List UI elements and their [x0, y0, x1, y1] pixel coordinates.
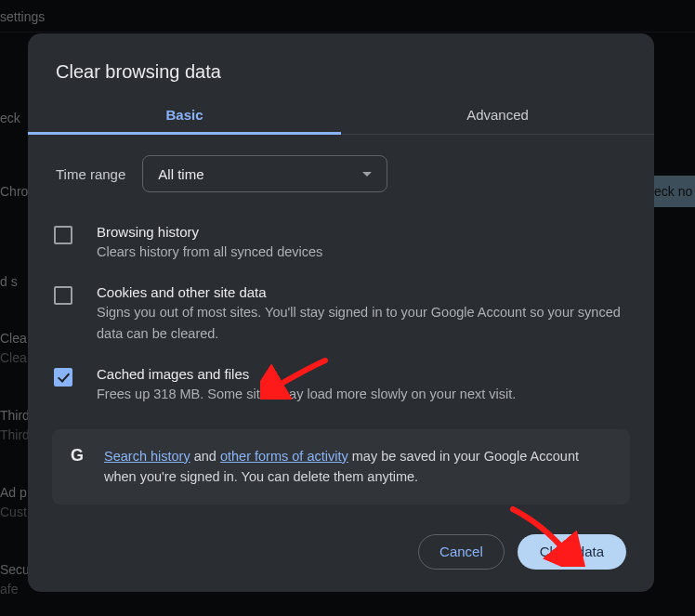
option-title: Browsing history — [97, 224, 628, 240]
search-history-link[interactable]: Search history — [104, 449, 190, 464]
checkbox-cookies[interactable] — [54, 286, 72, 305]
google-account-info: G Search history and other forms of acti… — [52, 429, 630, 505]
time-range-value: All time — [158, 166, 203, 182]
checkbox-cached-images[interactable] — [54, 368, 72, 387]
tab-advanced[interactable]: Advanced — [341, 107, 654, 134]
option-browsing-history: Browsing history Clears history from all… — [28, 213, 654, 273]
option-description: Frees up 318 MB. Some sites may load mor… — [97, 384, 628, 404]
checkbox-browsing-history[interactable] — [54, 226, 72, 244]
caret-down-icon — [362, 172, 372, 177]
clear-data-button[interactable]: Clear data — [518, 534, 626, 570]
time-range-label: Time range — [56, 166, 125, 182]
dialog-tabs: Basic Advanced — [28, 107, 654, 135]
option-cookies: Cookies and other site data Signs you ou… — [28, 273, 654, 355]
clear-browsing-data-dialog: Clear browsing data Basic Advanced Time … — [28, 33, 654, 592]
tab-basic[interactable]: Basic — [28, 107, 341, 134]
option-description: Signs you out of most sites. You'll stay… — [97, 302, 628, 344]
info-text: Search history and other forms of activi… — [104, 446, 611, 488]
option-title: Cookies and other site data — [97, 284, 628, 300]
dialog-title: Clear browsing data — [28, 33, 654, 107]
cancel-button[interactable]: Cancel — [418, 534, 505, 570]
time-range-select[interactable]: All time — [142, 155, 387, 192]
time-range-row: Time range All time — [28, 135, 654, 213]
google-icon: G — [71, 446, 84, 465]
other-activity-link[interactable]: other forms of activity — [220, 449, 348, 464]
option-cached-images: Cached images and files Frees up 318 MB.… — [28, 355, 654, 415]
dialog-actions: Cancel Clear data — [28, 518, 654, 570]
option-description: Clears history from all synced devices — [97, 242, 628, 262]
option-title: Cached images and files — [97, 366, 628, 382]
